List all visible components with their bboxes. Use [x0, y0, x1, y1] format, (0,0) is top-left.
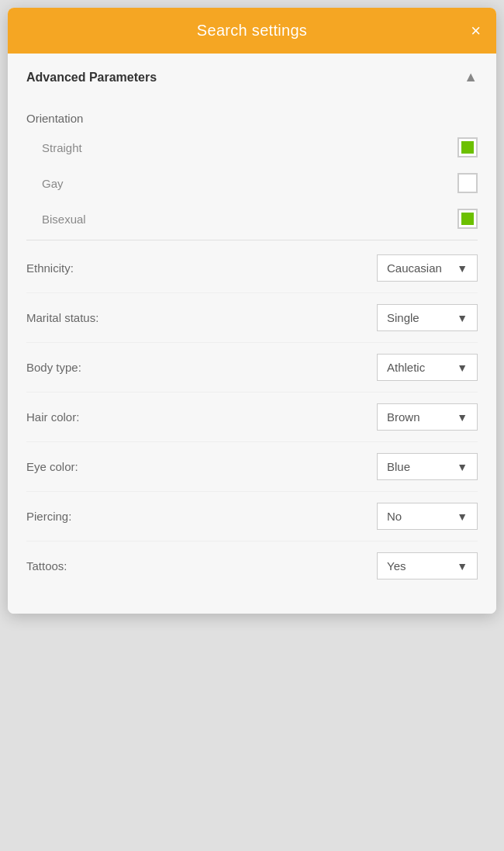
field-dropdown-3[interactable]: Brown▼: [377, 403, 478, 431]
field-label-2: Body type:: [26, 361, 81, 374]
field-label-5: Piercing:: [26, 510, 71, 523]
orientation-label-straight: Straight: [42, 141, 82, 154]
fields-container: Ethnicity:Caucasian▼Marital status:Singl…: [26, 244, 478, 590]
field-dropdown-value-3: Brown: [387, 410, 420, 424]
orientation-label-gay: Gay: [42, 177, 64, 190]
field-row-4: Eye color:Blue▼: [26, 442, 478, 492]
field-dropdown-5[interactable]: No▼: [377, 503, 478, 530]
field-dropdown-value-4: Blue: [387, 460, 410, 473]
search-settings-modal: Search settings × Advanced Parameters ▲ …: [8, 8, 496, 614]
orientation-options: Straight Gay Bisexual: [26, 130, 478, 237]
field-row-5: Piercing:No▼: [26, 492, 478, 541]
field-dropdown-value-5: No: [387, 510, 402, 523]
divider: [26, 240, 478, 240]
orientation-row-straight: Straight: [42, 130, 478, 165]
checkbox-check-straight: [461, 141, 474, 154]
orientation-section: Orientation Straight Gay Bisexu: [26, 104, 478, 237]
close-button[interactable]: ×: [471, 22, 481, 40]
field-row-6: Tattoos:Yes▼: [26, 541, 478, 590]
field-row-0: Ethnicity:Caucasian▼: [26, 244, 478, 293]
orientation-checkbox-straight[interactable]: [457, 137, 478, 157]
dropdown-arrow-icon-5: ▼: [457, 510, 468, 523]
dropdown-arrow-icon-1: ▼: [457, 312, 468, 324]
field-dropdown-value-1: Single: [387, 311, 419, 324]
field-dropdown-0[interactable]: Caucasian▼: [377, 254, 478, 282]
orientation-checkbox-bisexual[interactable]: [457, 209, 478, 229]
field-dropdown-value-2: Athletic: [387, 361, 425, 374]
orientation-row-gay: Gay: [42, 165, 478, 201]
orientation-label-bisexual: Bisexual: [42, 213, 86, 226]
dropdown-arrow-icon-4: ▼: [457, 461, 468, 473]
field-label-0: Ethnicity:: [26, 261, 74, 275]
orientation-checkbox-gay[interactable]: [457, 173, 478, 193]
field-dropdown-4[interactable]: Blue▼: [377, 453, 478, 480]
field-row-3: Hair color:Brown▼: [26, 393, 478, 442]
field-dropdown-2[interactable]: Athletic▼: [377, 354, 478, 381]
checkbox-check-bisexual: [461, 213, 474, 225]
field-dropdown-1[interactable]: Single▼: [377, 304, 478, 331]
field-label-1: Marital status:: [26, 311, 98, 324]
dropdown-arrow-icon-6: ▼: [457, 560, 468, 573]
dropdown-arrow-icon-2: ▼: [457, 362, 468, 374]
dropdown-arrow-icon-0: ▼: [457, 262, 468, 275]
modal-header: Search settings ×: [8, 8, 496, 54]
field-dropdown-6[interactable]: Yes▼: [377, 552, 478, 579]
field-label-6: Tattoos:: [26, 559, 67, 573]
collapse-icon[interactable]: ▲: [464, 69, 478, 85]
orientation-row-bisexual: Bisexual: [42, 201, 478, 237]
modal-title: Search settings: [197, 22, 307, 40]
field-row-2: Body type:Athletic▼: [26, 343, 478, 393]
dropdown-arrow-icon-3: ▼: [457, 411, 468, 424]
section-header: Advanced Parameters ▲: [26, 69, 478, 85]
section-title: Advanced Parameters: [26, 71, 157, 85]
field-dropdown-value-6: Yes: [387, 559, 406, 573]
field-row-1: Marital status:Single▼: [26, 293, 478, 343]
modal-body: Advanced Parameters ▲ Orientation Straig…: [8, 54, 496, 614]
orientation-label: Orientation: [26, 104, 478, 130]
field-label-3: Hair color:: [26, 410, 79, 424]
field-label-4: Eye color:: [26, 460, 78, 473]
field-dropdown-value-0: Caucasian: [387, 261, 442, 275]
